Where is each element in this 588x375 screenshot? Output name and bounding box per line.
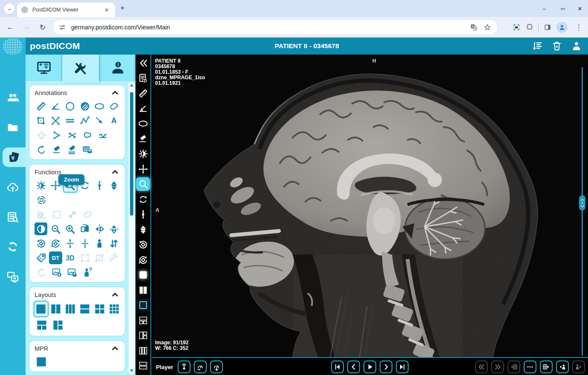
trash-button[interactable] — [551, 40, 562, 52]
first-button[interactable] — [331, 361, 344, 373]
window-minimize-button[interactable]: – — [538, 3, 551, 14]
layouts-header[interactable]: Layouts — [34, 291, 121, 301]
dt-tool[interactable]: DT — [49, 251, 62, 264]
images-button[interactable] — [3, 147, 26, 167]
user-info-button[interactable]: i — [99, 55, 135, 81]
viewer-monitor-button[interactable] — [26, 55, 62, 81]
tab-search-chevron-icon[interactable]: ⌄ — [4, 3, 14, 14]
browser-menu-icon[interactable]: ⋮ — [573, 21, 585, 33]
L2col-button[interactable] — [136, 283, 150, 297]
reload-button[interactable]: ↻ — [37, 21, 49, 33]
flip-h-tool[interactable] — [92, 222, 107, 236]
target-tool[interactable] — [34, 193, 49, 207]
patient-prev-button[interactable] — [556, 361, 569, 373]
stack-scroll-tool[interactable] — [92, 178, 107, 193]
user-button[interactable] — [571, 40, 582, 52]
region-tool[interactable] — [80, 128, 95, 142]
translate-icon[interactable]: Ga — [470, 23, 478, 31]
export-image-tool[interactable] — [49, 265, 64, 280]
cine-button[interactable] — [136, 223, 150, 237]
Lo-sq-button[interactable] — [136, 298, 150, 312]
ellipse-button[interactable] — [136, 117, 150, 130]
zoom-in-tool[interactable] — [63, 222, 78, 236]
eraser-button[interactable] — [136, 132, 150, 146]
collapse-chevron-icon[interactable] — [112, 91, 118, 97]
Lo-1-2r-button[interactable] — [136, 329, 150, 342]
eraser-tool[interactable] — [49, 142, 64, 157]
back-button[interactable]: ← — [4, 21, 16, 33]
L1-2b-tool[interactable] — [34, 317, 50, 333]
tab-close-icon[interactable]: ✕ — [103, 6, 111, 14]
report-view-button[interactable] — [136, 72, 150, 85]
circle-fill-tool[interactable] — [78, 99, 92, 113]
pan-button[interactable] — [136, 162, 150, 176]
cine-tool[interactable] — [107, 178, 121, 193]
L1-2r-tool[interactable] — [50, 317, 66, 333]
L2row-tool[interactable] — [78, 301, 92, 317]
grid-next-button[interactable] — [540, 361, 553, 373]
speed-up-button[interactable] — [210, 361, 223, 373]
new-tab-button[interactable]: + — [120, 4, 125, 12]
more-button[interactable] — [524, 361, 536, 373]
undo-tool[interactable] — [34, 142, 49, 157]
image-scroll-slider[interactable] — [582, 67, 583, 355]
collapse-v-tool[interactable] — [78, 236, 92, 251]
last-button[interactable] — [396, 361, 409, 373]
window-level-tool[interactable] — [34, 178, 48, 193]
app-logo[interactable]: postDICOM — [30, 41, 80, 51]
rotate-cw-gear-tool[interactable] — [48, 236, 63, 251]
circle-tool[interactable] — [63, 99, 78, 113]
dicom-viewport[interactable]: PATIENT II 0345678 01.01.1853 - F dzne_M… — [152, 55, 588, 358]
window-level-button[interactable] — [136, 147, 150, 161]
Lo-3col-button[interactable] — [136, 344, 150, 358]
Lo-1-2b-button[interactable] — [136, 314, 150, 327]
url-text[interactable]: germany.postdicom.com/Viewer/Main — [71, 24, 470, 31]
slider-thumb[interactable] — [579, 195, 585, 211]
cloud-upload-button[interactable] — [0, 177, 26, 197]
save-annot-tool[interactable] — [80, 142, 95, 157]
L2col-tool[interactable] — [49, 301, 63, 317]
save-image-tool[interactable] — [64, 265, 80, 280]
sync-button[interactable] — [0, 237, 26, 257]
three-d-tool[interactable]: 3D — [63, 251, 78, 265]
rotate-button[interactable] — [136, 193, 150, 206]
folder-button[interactable] — [0, 118, 26, 137]
speed-down-button[interactable] — [194, 361, 207, 373]
patients-button[interactable] — [0, 88, 26, 107]
tools-button[interactable] — [62, 55, 99, 83]
window-maximize-button[interactable]: ▭ — [556, 3, 569, 14]
play-button[interactable] — [363, 361, 376, 373]
mpr-header[interactable]: MPR — [34, 344, 121, 355]
extensions-puzzle-icon[interactable] — [525, 23, 533, 31]
patient-help-tool[interactable]: ? — [80, 265, 95, 280]
arrow-tool[interactable] — [92, 113, 107, 128]
site-settings-icon[interactable] — [58, 23, 66, 31]
panel-scrollbar[interactable] — [129, 82, 135, 374]
L2x2-tool[interactable] — [92, 301, 107, 317]
rotate-ccw-gear-button[interactable] — [136, 238, 150, 251]
L1x1-tool[interactable] — [34, 355, 49, 369]
next-button[interactable] — [380, 361, 392, 373]
stack-scroll-button[interactable] — [136, 208, 150, 221]
side-panel-icon[interactable] — [544, 23, 551, 31]
collapse-chevron-icon[interactable] — [112, 293, 118, 299]
forward-button[interactable]: → — [20, 21, 32, 33]
open-angle-tool[interactable] — [49, 128, 64, 142]
flip-page-tool[interactable] — [78, 222, 92, 236]
erase-all-tool[interactable] — [64, 142, 80, 157]
angle-tool[interactable] — [48, 99, 63, 113]
zoom-button[interactable] — [136, 177, 150, 191]
play-mode-button[interactable] — [178, 361, 190, 373]
worklist-button[interactable] — [0, 207, 26, 227]
share-screens-button[interactable] — [0, 267, 26, 286]
freehand-tool[interactable] — [107, 99, 121, 113]
scrollbar-thumb[interactable] — [130, 92, 133, 216]
L1x1-button[interactable] — [136, 268, 150, 282]
invert-tool[interactable] — [35, 222, 47, 235]
rotate-cw-gear-button[interactable] — [136, 253, 150, 267]
L1x1-tool[interactable] — [34, 301, 49, 317]
expand-v-tool[interactable] — [63, 236, 78, 251]
zoom-out-tool[interactable] — [48, 222, 63, 236]
cobb-tool[interactable] — [64, 128, 80, 142]
text-tool[interactable]: A — [107, 113, 121, 128]
